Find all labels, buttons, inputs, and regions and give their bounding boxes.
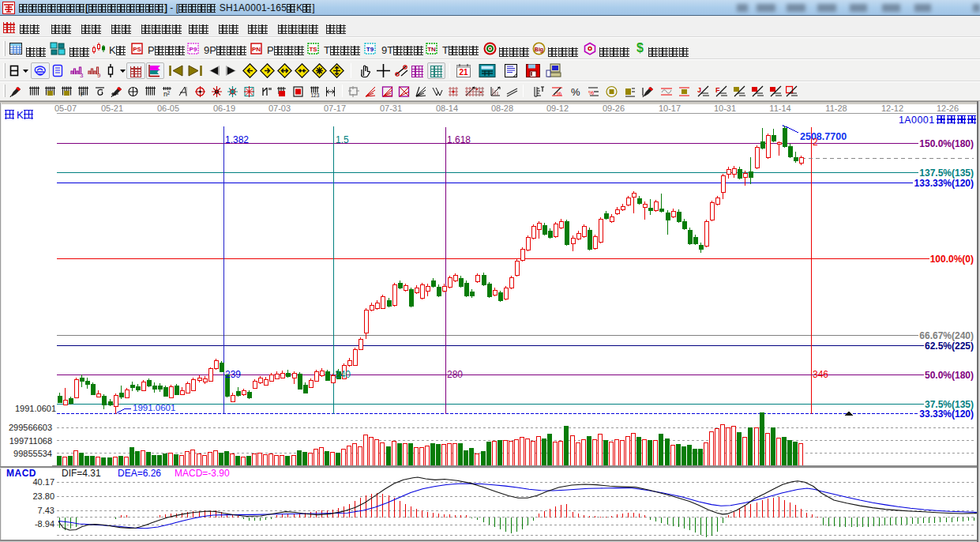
- svg-text:TS: TS: [309, 46, 317, 53]
- svg-text:PN: PN: [252, 46, 261, 53]
- svg-text:7.43: 7.43: [38, 506, 54, 515]
- svg-text:33.33%(120): 33.33%(120): [919, 408, 974, 420]
- svg-text:05-21: 05-21: [101, 104, 123, 113]
- svg-text:1991.0601: 1991.0601: [133, 403, 175, 412]
- svg-text:137.5%(135): 137.5%(135): [919, 167, 974, 179]
- svg-text:DIF=4.31: DIF=4.31: [62, 468, 101, 479]
- svg-text:05-07: 05-07: [54, 104, 77, 113]
- svg-text:1.382: 1.382: [225, 134, 249, 145]
- svg-text:K: K: [17, 109, 24, 121]
- svg-text:07-17: 07-17: [324, 104, 346, 113]
- svg-text:11-14: 11-14: [769, 104, 790, 113]
- svg-text:Big: Big: [535, 47, 543, 53]
- svg-text:06-05: 06-05: [157, 104, 179, 113]
- svg-text:150.0%(180): 150.0%(180): [919, 138, 974, 149]
- svg-text:TN: TN: [427, 46, 436, 53]
- svg-text:50.0%(180): 50.0%(180): [925, 370, 974, 381]
- svg-text:12-12: 12-12: [881, 104, 903, 113]
- svg-text:08-14: 08-14: [436, 104, 458, 113]
- svg-text:MACD: MACD: [6, 468, 36, 479]
- svg-text:1991.0601: 1991.0601: [15, 404, 56, 413]
- svg-text:07-03: 07-03: [268, 104, 291, 113]
- svg-text:T9: T9: [366, 46, 374, 53]
- svg-text:239: 239: [225, 369, 241, 380]
- svg-text:11-28: 11-28: [825, 104, 847, 113]
- svg-text:3: 3: [80, 72, 84, 78]
- svg-text:2: 2: [813, 137, 818, 148]
- svg-text:08-28: 08-28: [491, 104, 513, 113]
- svg-text:%: %: [571, 86, 580, 98]
- svg-text:06-19: 06-19: [213, 104, 235, 113]
- svg-text:123: 123: [311, 92, 320, 98]
- svg-text:09-26: 09-26: [603, 104, 625, 113]
- svg-text:40.17: 40.17: [32, 477, 54, 487]
- svg-text:21: 21: [459, 68, 468, 77]
- svg-text:-8.94: -8.94: [35, 519, 54, 529]
- svg-text:240: 240: [335, 369, 351, 380]
- svg-text:280: 280: [447, 369, 463, 380]
- svg-text:199711068: 199711068: [9, 436, 52, 446]
- svg-text:%: %: [588, 89, 594, 96]
- svg-text:23.80: 23.80: [32, 491, 54, 501]
- svg-text:299566603: 299566603: [9, 423, 52, 432]
- svg-text:9: 9: [97, 72, 101, 78]
- svg-text:99855534: 99855534: [13, 449, 52, 458]
- svg-text:F: F: [81, 91, 84, 98]
- svg-text:07-31: 07-31: [380, 104, 402, 113]
- svg-text:09-12: 09-12: [546, 104, 569, 113]
- svg-text:1.5: 1.5: [336, 134, 349, 145]
- svg-text:DEA=6.26: DEA=6.26: [118, 468, 161, 479]
- svg-text:346: 346: [813, 369, 828, 380]
- svg-text:12-26: 12-26: [937, 104, 959, 113]
- svg-text:J: J: [697, 86, 701, 94]
- svg-text:10-17: 10-17: [659, 104, 681, 113]
- svg-text:100.0%(0): 100.0%(0): [930, 254, 974, 265]
- svg-text:66.67%(240): 66.67%(240): [919, 330, 974, 341]
- svg-text:MACD=-3.90: MACD=-3.90: [175, 468, 230, 479]
- svg-text:133.33%(120): 133.33%(120): [914, 178, 974, 189]
- svg-text:2508.7700: 2508.7700: [800, 131, 847, 142]
- svg-text:P9: P9: [190, 46, 197, 53]
- svg-text:10-31: 10-31: [714, 104, 736, 113]
- svg-text:PS: PS: [133, 46, 141, 53]
- svg-text:1.618: 1.618: [447, 134, 471, 145]
- svg-text:%: %: [556, 90, 561, 97]
- svg-text:n²: n²: [163, 90, 170, 98]
- svg-text:1A0001: 1A0001: [899, 115, 935, 126]
- svg-text:62.5%(225): 62.5%(225): [925, 341, 974, 352]
